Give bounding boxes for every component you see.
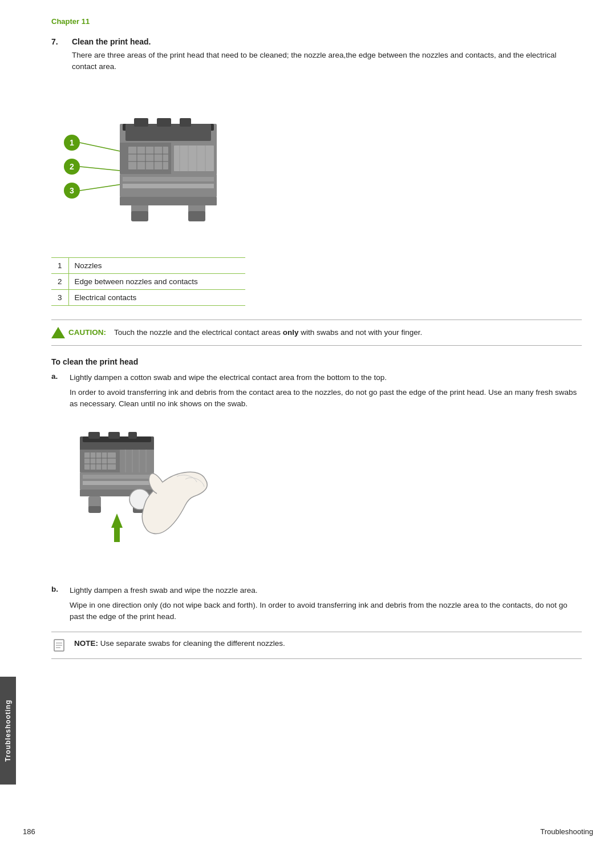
svg-rect-35 [188, 211, 205, 221]
swab-diagram-svg [51, 425, 234, 573]
svg-rect-13 [157, 118, 171, 127]
printhead-svg: 1 2 3 [51, 92, 228, 246]
svg-rect-30 [123, 177, 214, 181]
part-label-cell: Edge between nozzles and contacts [68, 273, 245, 289]
footer-label: Troubleshooting [540, 827, 593, 836]
svg-text:1: 1 [70, 138, 74, 147]
side-tab: Troubleshooting [0, 677, 16, 785]
step-a-label: a. [51, 372, 63, 414]
page-number: 186 [23, 827, 35, 836]
swab-diagram-container [51, 425, 582, 573]
printhead-diagram: 1 2 3 [51, 92, 228, 246]
part-label-cell: Electrical contacts [68, 289, 245, 305]
part-number-cell: 2 [51, 273, 68, 289]
step-b-text1: Lightly dampen a fresh swab and wipe the… [70, 585, 582, 596]
chapter-header: Chapter 11 [51, 17, 582, 26]
step-a-text2: In order to avoid transferring ink and d… [70, 387, 582, 410]
caution-text-after: with swabs and not with your finger. [298, 328, 422, 337]
step-a-text1: Lightly dampen a cotton swab and wipe th… [70, 372, 582, 383]
svg-text:3: 3 [70, 186, 74, 195]
caution-triangle-icon [51, 327, 65, 338]
svg-rect-39 [88, 432, 100, 439]
note-label: NOTE: [74, 639, 98, 648]
svg-rect-60 [88, 506, 101, 513]
svg-rect-33 [131, 211, 148, 221]
note-text: NOTE: Use separate swabs for cleaning th… [74, 638, 285, 649]
parts-table: 1Nozzles2Edge between nozzles and contac… [51, 257, 245, 306]
part-label-cell: Nozzles [68, 257, 245, 273]
step-7-title: Clean the print head. [72, 37, 582, 46]
step-a-content: Lightly dampen a cotton swab and wipe th… [70, 372, 582, 414]
svg-rect-40 [108, 432, 120, 439]
svg-text:2: 2 [70, 162, 74, 171]
page-footer: 186 Troubleshooting [23, 827, 593, 836]
table-row: 3Electrical contacts [51, 289, 245, 305]
side-tab-label: Troubleshooting [4, 700, 12, 762]
step-7-row: 7. Clean the print head. There are three… [51, 37, 582, 73]
table-row: 1Nozzles [51, 257, 245, 273]
note-box: NOTE: Use separate swabs for cleaning th… [51, 632, 582, 659]
part-number-cell: 3 [51, 289, 68, 305]
svg-rect-50 [120, 450, 154, 472]
svg-line-6 [80, 143, 125, 152]
note-content: Use separate swabs for cleaning the diff… [100, 639, 285, 648]
step-7-number: 7. [51, 37, 65, 73]
step-7-content: Clean the print head. There are three ar… [72, 37, 582, 73]
caution-text-before: Touch the nozzle and the electrical cont… [114, 328, 283, 337]
svg-rect-31 [123, 184, 214, 188]
note-svg-icon [52, 638, 67, 653]
svg-rect-57 [83, 481, 151, 485]
caution-icon-group: CAUTION: [51, 327, 108, 338]
caution-box: CAUTION: Touch the nozzle and the electr… [51, 320, 582, 346]
svg-rect-43 [84, 452, 116, 470]
main-content: Chapter 11 7. Clean the print head. Ther… [23, 0, 616, 853]
svg-line-7 [80, 167, 125, 171]
svg-rect-12 [134, 118, 148, 127]
step-a-row: a. Lightly dampen a cotton swab and wipe… [51, 372, 582, 414]
svg-marker-63 [111, 514, 123, 542]
svg-rect-41 [128, 432, 137, 439]
step-7-desc: There are three areas of the print head … [72, 50, 582, 73]
step-b-content: Lightly dampen a fresh swab and wipe the… [70, 585, 582, 626]
page-container: Troubleshooting Chapter 11 7. Clean the … [0, 0, 616, 853]
note-icon [51, 638, 68, 653]
table-row: 2Edge between nozzles and contacts [51, 273, 245, 289]
caution-label: CAUTION: [68, 328, 106, 337]
svg-rect-56 [83, 475, 151, 479]
caution-bold: only [283, 328, 299, 337]
svg-rect-36 [120, 197, 217, 205]
caution-text: Touch the nozzle and the electrical cont… [114, 327, 422, 338]
svg-line-8 [80, 184, 125, 191]
step-b-label: b. [51, 585, 63, 626]
svg-rect-14 [180, 118, 191, 127]
part-number-cell: 1 [51, 257, 68, 273]
step-b-text2: Wipe in one direction only (do not wipe … [70, 600, 582, 623]
step-b-row: b. Lightly dampen a fresh swab and wipe … [51, 585, 582, 626]
subsection-title: To clean the print head [51, 357, 582, 366]
